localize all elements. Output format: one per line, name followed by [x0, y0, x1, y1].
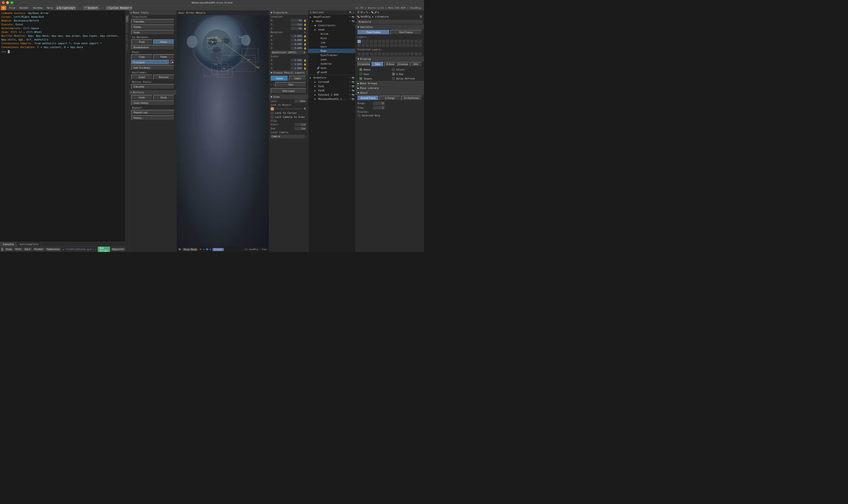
eye-icon-er[interactable]: 👁 — [349, 89, 351, 92]
rotation-y-lock[interactable]: 🔒 — [304, 43, 306, 46]
layer-4[interactable] — [370, 40, 373, 43]
lock-cursor-checkbox[interactable] — [271, 112, 273, 114]
layer-25[interactable] — [390, 43, 394, 47]
outliner-settings-icon[interactable]: ⚙ — [353, 11, 354, 14]
camera-value[interactable]: Camera — [271, 134, 305, 138]
pose-tools-header[interactable]: ▼ Pose Tools — [129, 11, 176, 15]
colors-checkbox[interactable] — [392, 68, 395, 71]
menu-window[interactable]: Window — [31, 6, 44, 10]
insert-button[interactable]: Insert — [131, 74, 152, 80]
location-y-value[interactable]: -2cm — [291, 23, 303, 26]
layer-15[interactable] — [415, 40, 418, 43]
layer-29[interactable] — [406, 43, 410, 47]
bbone-btn[interactable]: B-Bone — [384, 62, 397, 67]
menu-help[interactable]: Help — [45, 6, 55, 10]
axes-checkbox[interactable] — [359, 73, 362, 75]
propagate-button[interactable]: Propagate — [131, 60, 170, 65]
location-x-lock[interactable]: 🔒 — [304, 19, 306, 22]
location-x-value[interactable]: 0m — [291, 19, 303, 22]
paste-button[interactable]: Paste — [153, 54, 175, 59]
player-6[interactable] — [378, 52, 381, 56]
layer-16[interactable] — [418, 40, 422, 43]
layer-11[interactable] — [398, 40, 401, 43]
scale-button[interactable]: Scale — [131, 30, 174, 35]
around-frame-btn[interactable]: Around Frame — [358, 95, 379, 101]
layer-7[interactable] — [382, 40, 385, 43]
player-7[interactable] — [382, 52, 385, 56]
outliner-item-jaw[interactable]: jaw — [308, 40, 355, 44]
player-4[interactable] — [370, 52, 373, 56]
translate-button[interactable]: Translate — [131, 19, 174, 24]
history-button[interactable]: History... — [131, 115, 174, 121]
scale-x-value[interactable]: 1.000 — [291, 59, 303, 62]
headrig-label[interactable]: HeaDRig — [361, 15, 371, 18]
render-icon-cr[interactable]: 📷 — [351, 81, 355, 83]
relax-button[interactable]: Relax — [153, 39, 175, 44]
octahedral-btn[interactable]: Octahedral — [358, 62, 371, 67]
f-button[interactable]: F — [419, 15, 422, 18]
scale-y-lock[interactable]: 🔒 — [304, 63, 306, 66]
lock-object-value[interactable] — [275, 108, 303, 109]
layer-30[interactable] — [410, 43, 414, 47]
player-16[interactable] — [418, 52, 422, 56]
outliner-search-icon[interactable]: 🔍 — [349, 11, 352, 14]
pose-library-header[interactable]: ▶ Pose Library — [356, 86, 424, 90]
console-prompt[interactable]: >>> — [1, 50, 124, 53]
outliner-item-eyelobj[interactable]: ▶ EyeL 👁 📷 — [308, 84, 355, 88]
btn-edit[interactable]: Edit — [23, 248, 32, 251]
layer-14[interactable] — [410, 40, 414, 43]
outliner-item-blink[interactable]: blink — [308, 32, 355, 36]
propagate-arrow[interactable]: ▶ — [170, 60, 174, 65]
player-12[interactable] — [402, 52, 405, 56]
layer-9[interactable] — [390, 40, 394, 43]
on-keyframes-btn[interactable]: On Keyframes — [401, 95, 422, 101]
layer-22[interactable] — [378, 43, 381, 47]
tab-autocomplete[interactable]: Autocomplete — [17, 242, 41, 247]
history-header[interactable]: ▼ History — [129, 90, 176, 95]
outliner-item-eyestracker[interactable]: EyesTracker — [308, 53, 355, 57]
layer-10[interactable] — [394, 40, 397, 43]
outliner-item-armature[interactable]: ▶ Armature 👁 📷 — [308, 75, 355, 80]
new-button[interactable]: New — [275, 82, 306, 87]
repeat-last-button[interactable]: Repeat Last — [131, 110, 174, 115]
scale-z-value[interactable]: 1.000 — [291, 67, 303, 70]
player-9[interactable] — [390, 52, 394, 56]
wire-btn[interactable]: Wire — [410, 62, 422, 67]
selected-only-checkbox[interactable] — [358, 114, 360, 117]
xray-checkbox[interactable] — [392, 73, 395, 75]
in-range-btn[interactable]: In Range — [379, 95, 401, 101]
copy-button[interactable]: Copy — [131, 54, 152, 59]
undo-history-button[interactable]: Undo History — [131, 100, 174, 106]
stick-btn[interactable]: Stick — [372, 62, 384, 67]
side-tab-grease-pencil[interactable]: Grease Pencil — [125, 34, 129, 52]
player-3[interactable] — [365, 52, 369, 56]
layer-8[interactable] — [386, 40, 389, 43]
scale-x-lock[interactable]: 🔒 — [304, 59, 306, 61]
delay-refresh-checkbox[interactable] — [392, 77, 395, 80]
layer-32[interactable] — [418, 43, 422, 47]
outliner-item-macaque[interactable]: ▶ MacaqueHeadIG_1... 👁 📷 — [308, 97, 355, 101]
eye-icon-el[interactable]: 👁 — [349, 85, 351, 88]
btn-text[interactable]: Text — [14, 248, 22, 251]
lock-camera-checkbox[interactable] — [271, 116, 273, 119]
names-checkbox[interactable] — [359, 68, 362, 71]
render-icon-2[interactable]: 📷 — [351, 20, 355, 22]
layer-6[interactable] — [378, 40, 381, 43]
layer-27[interactable] — [398, 43, 401, 47]
player-8[interactable] — [386, 52, 389, 56]
outliner-item-headtracker[interactable]: ▶ HeadTracker 👁 📷 — [308, 15, 355, 19]
redo-button[interactable]: Redo — [153, 95, 175, 100]
layer-13[interactable] — [406, 40, 410, 43]
lock-object-search[interactable]: 🔍 — [304, 108, 306, 110]
remove-button[interactable]: Remove — [153, 74, 175, 80]
minimize-button[interactable] — [6, 1, 9, 4]
lens-value[interactable]: 35mm — [294, 100, 306, 103]
view-header[interactable]: ▼ View — [269, 95, 308, 99]
render-engine-selector[interactable]: ☀ Cycles Render ▼ — [106, 6, 133, 10]
grease-pencil-header[interactable]: ▼ Grease Pencil Layers — [269, 71, 308, 75]
workspace-selector[interactable]: ⊞ Scripting ▼ — [56, 6, 76, 10]
eye-icon-cr[interactable]: 👁 — [349, 81, 351, 83]
prop-icon-bone[interactable]: 🔗 — [374, 11, 377, 14]
viewport-area[interactable]: User Ortho Meters — [177, 11, 269, 252]
layer-19[interactable] — [365, 43, 369, 47]
